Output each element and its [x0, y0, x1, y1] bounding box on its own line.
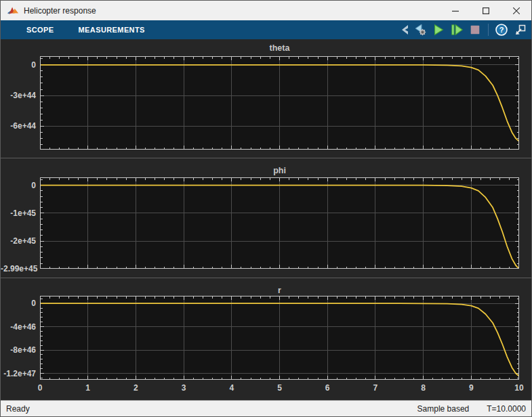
- statusbar: Ready Sample based T=10.0000: [1, 400, 531, 416]
- popout-icon: [514, 24, 527, 37]
- plot-panel-phi: phi 0-1e+45-2e+45-2.99e+45: [1, 158, 531, 278]
- plot-canvas-phi[interactable]: [40, 177, 519, 269]
- help-button[interactable]: ?: [494, 22, 509, 37]
- plots-area: theta 0-3e+44-6e+44 phi 0-1e+45-2e+45-2.…: [1, 39, 531, 400]
- step-back-button[interactable]: [413, 22, 428, 37]
- x-tick-label: 9: [460, 383, 482, 393]
- y-tick-label: -6e+44: [1, 120, 36, 131]
- y-tick-label: -3e+44: [1, 90, 36, 101]
- y-tick-label: -2.99e+45: [1, 263, 36, 274]
- y-tick-label: -8e+46: [1, 345, 36, 355]
- plot-canvas-theta[interactable]: [40, 56, 519, 150]
- stop-icon: [469, 24, 481, 36]
- svg-text:?: ?: [499, 26, 504, 34]
- window-controls: [440, 1, 531, 20]
- y-tick-label: -1e+45: [1, 208, 36, 219]
- y-tick-label: -1.2e+47: [1, 368, 36, 379]
- plot-panel-theta: theta 0-3e+44-6e+44: [1, 39, 531, 158]
- x-tick-label: 7: [365, 383, 386, 393]
- x-tick-label: 6: [316, 383, 338, 393]
- sample-mode-text: Sample based: [417, 404, 470, 414]
- toolbar-separator: [488, 24, 489, 36]
- x-tick-label: 1: [77, 383, 99, 393]
- plot-title-phi: phi: [40, 166, 519, 175]
- x-tick-label: 5: [269, 383, 291, 393]
- y-tick-label: 0: [1, 298, 36, 309]
- minimize-button[interactable]: [440, 1, 470, 20]
- run-icon: [432, 24, 445, 36]
- scope-window: Helicopter response SCOPE MEASUREMENTS: [0, 0, 532, 417]
- plot-title-theta: theta: [40, 43, 519, 53]
- status-right-group: Sample based T=10.0000: [417, 404, 526, 414]
- close-button[interactable]: [501, 1, 531, 20]
- close-icon: [513, 7, 520, 14]
- status-text: Ready: [6, 404, 30, 414]
- y-tick-label: -2e+45: [1, 236, 36, 246]
- plot-title-r: r: [40, 286, 519, 295]
- x-tick-label: 0: [29, 383, 51, 393]
- run-button[interactable]: [431, 22, 446, 37]
- popout-button[interactable]: [512, 22, 527, 37]
- simulation-controls: ?: [400, 20, 527, 39]
- x-tick-label: 3: [173, 383, 195, 393]
- tab-measurements[interactable]: MEASUREMENTS: [79, 26, 145, 34]
- y-tick-label: -4e+46: [1, 322, 36, 332]
- step-back-gear-icon: [413, 23, 428, 37]
- step-forward-button[interactable]: [449, 22, 464, 37]
- x-tick-label: 8: [413, 383, 434, 393]
- step-forward-icon: [450, 24, 464, 36]
- x-tick-label: 4: [221, 383, 243, 393]
- toolstrip-tabs: SCOPE MEASUREMENTS: [1, 26, 145, 34]
- x-tick-label: 10: [508, 383, 530, 393]
- help-icon: ?: [495, 23, 508, 37]
- matlab-logo-icon: [7, 6, 19, 16]
- maximize-button[interactable]: [470, 1, 501, 20]
- x-tick-label: 2: [125, 383, 146, 393]
- window-title: Helicopter response: [24, 6, 96, 16]
- toolstrip: SCOPE MEASUREMENTS: [1, 20, 531, 39]
- plot-canvas-r[interactable]: [40, 296, 519, 380]
- y-tick-label: 0: [1, 60, 36, 70]
- plot-panel-r: r 0-4e+46-8e+46-1.2e+47012345678910: [1, 278, 531, 400]
- maximize-icon: [483, 7, 489, 14]
- tab-scope[interactable]: SCOPE: [26, 26, 54, 34]
- y-tick-label: 0: [1, 180, 36, 191]
- titlebar: Helicopter response: [1, 1, 531, 20]
- stop-button[interactable]: [468, 22, 483, 37]
- minimize-icon: [452, 7, 459, 14]
- collapse-left-icon: [400, 24, 409, 36]
- sim-time-text: T=10.0000: [487, 404, 526, 414]
